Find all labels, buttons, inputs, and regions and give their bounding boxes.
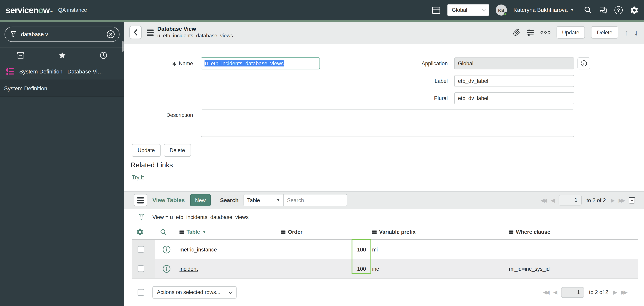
update-button-header[interactable]: Update bbox=[556, 26, 585, 38]
column-header-variable-prefix[interactable]: Variable prefix bbox=[367, 229, 504, 235]
tab-favorites[interactable] bbox=[42, 48, 83, 63]
navigator-filter-input[interactable] bbox=[20, 31, 106, 38]
row-info-icon[interactable] bbox=[155, 264, 171, 273]
row-range-label: to 2 of 2 bbox=[586, 197, 606, 203]
application-field-label: Application bbox=[366, 57, 448, 69]
navigator-filter[interactable] bbox=[4, 27, 120, 42]
row-range-label: to 2 of 2 bbox=[589, 289, 608, 295]
tab-all-applications[interactable] bbox=[0, 48, 42, 63]
chevron-down-icon bbox=[228, 290, 232, 294]
previous-page-icon[interactable]: ◀ bbox=[551, 197, 555, 203]
list-search-icon[interactable] bbox=[155, 228, 171, 236]
row-checkbox[interactable] bbox=[138, 246, 144, 253]
row-checkbox[interactable] bbox=[138, 265, 144, 272]
application-window-icon[interactable] bbox=[432, 6, 441, 14]
column-header-order[interactable]: Order bbox=[281, 229, 367, 235]
help-icon[interactable]: ? bbox=[614, 6, 622, 14]
page-number-input[interactable]: 1 bbox=[558, 195, 582, 205]
variable-prefix-cell[interactable]: mi bbox=[367, 246, 504, 252]
funnel-icon[interactable] bbox=[138, 213, 144, 221]
search-field-select[interactable]: Table ▼ bbox=[244, 194, 284, 206]
column-header-table[interactable]: Table ▼ bbox=[171, 229, 281, 235]
instance-label: QA instance bbox=[58, 7, 87, 13]
application-scope-select[interactable]: Global bbox=[447, 4, 489, 16]
record-link[interactable]: metric_instance bbox=[180, 246, 217, 253]
record-name: u_etb_incidents_database_views bbox=[158, 33, 233, 39]
order-cell[interactable]: 100 bbox=[281, 266, 367, 272]
variable-prefix-cell[interactable]: inc bbox=[367, 266, 504, 272]
last-page-icon[interactable]: ▶▶ bbox=[621, 290, 628, 295]
funnel-icon bbox=[10, 31, 16, 38]
actions-on-selected-rows-select[interactable]: Actions on selected rows... bbox=[152, 286, 236, 298]
user-menu[interactable]: Kateryna Bukhtiiarova ▼ bbox=[514, 7, 574, 13]
try-it-link[interactable]: Try It bbox=[132, 174, 144, 180]
plural-field-label: Plural bbox=[366, 92, 448, 104]
collapse-list-icon[interactable]: − bbox=[629, 197, 635, 203]
update-button[interactable]: Update bbox=[132, 144, 160, 157]
logo-text-end: w bbox=[43, 5, 50, 15]
row-info-icon[interactable] bbox=[155, 245, 171, 254]
order-cell[interactable]: 100 bbox=[281, 246, 367, 252]
next-page-icon[interactable]: ▶ bbox=[611, 197, 615, 203]
delete-button[interactable]: Delete bbox=[164, 144, 191, 157]
search-label: Search bbox=[220, 197, 238, 203]
sort-ascending-icon: ▼ bbox=[202, 230, 206, 234]
record-link[interactable]: incident bbox=[180, 266, 198, 272]
row-select-cell bbox=[132, 240, 155, 259]
new-button[interactable]: New bbox=[190, 194, 210, 206]
list-table: Table ▼ Order Variable prefix Where clau… bbox=[132, 225, 638, 278]
caret-down-icon: ▼ bbox=[570, 8, 574, 12]
back-button[interactable] bbox=[130, 26, 142, 39]
plural-input[interactable]: etb_dv_label bbox=[454, 92, 574, 104]
sidebar-item-database-views[interactable]: System Definition - Database Vi… bbox=[0, 63, 124, 80]
first-page-icon[interactable]: ◀◀ bbox=[543, 290, 550, 295]
record-titles: Database View u_etb_incidents_database_v… bbox=[158, 26, 233, 39]
avatar[interactable]: KB bbox=[496, 4, 507, 16]
application-info-button[interactable] bbox=[578, 57, 590, 69]
first-page-icon[interactable]: ◀◀ bbox=[540, 197, 547, 203]
scope-value: Global bbox=[452, 7, 467, 13]
caret-down-icon: ▼ bbox=[276, 198, 280, 202]
form-context-menu-icon[interactable] bbox=[147, 29, 154, 35]
list-title[interactable]: View Tables bbox=[152, 197, 185, 203]
delete-button-header[interactable]: Delete bbox=[591, 26, 618, 38]
personalize-form-icon[interactable] bbox=[526, 28, 534, 36]
table-row: incident 100 inc mi_id=inc_sys_id bbox=[132, 259, 638, 279]
application-navigator: System Definition - Database Vi… System … bbox=[0, 22, 124, 306]
filter-condition-text[interactable]: View = u_etb_incidents_database_views bbox=[152, 214, 248, 220]
chat-icon[interactable] bbox=[599, 6, 608, 14]
tab-history[interactable] bbox=[83, 48, 124, 63]
sidebar-item-label: System Definition - Database Vi… bbox=[19, 68, 103, 74]
page-number-input[interactable]: 1 bbox=[561, 287, 584, 298]
more-options-icon[interactable] bbox=[540, 31, 550, 33]
logo-text: servicen bbox=[6, 5, 38, 15]
accent-strip bbox=[0, 20, 644, 22]
sidebar-section-label: System Definition bbox=[4, 85, 47, 91]
list-personalize-gear-icon[interactable] bbox=[132, 228, 155, 236]
list-context-menu-button[interactable] bbox=[134, 194, 147, 206]
previous-record-icon[interactable]: ↑ bbox=[624, 28, 628, 36]
label-input[interactable]: etb_dv_label bbox=[454, 75, 574, 87]
next-page-icon[interactable]: ▶ bbox=[613, 290, 618, 295]
list-toolbar: View Tables New Search Table ▼ ◀◀ ◀ 1 to… bbox=[124, 191, 644, 209]
list-header-row: Table ▼ Order Variable prefix Where clau… bbox=[132, 225, 638, 240]
application-input: Global bbox=[454, 57, 574, 69]
page-title: Database View bbox=[158, 26, 233, 33]
previous-page-icon[interactable]: ◀ bbox=[553, 290, 558, 295]
clear-filter-icon[interactable] bbox=[106, 30, 115, 38]
search-icon[interactable] bbox=[584, 6, 592, 14]
online-status-dot bbox=[504, 12, 507, 16]
column-header-where-clause[interactable]: Where clause bbox=[504, 229, 638, 235]
last-page-icon[interactable]: ▶▶ bbox=[618, 197, 625, 203]
name-input[interactable]: u_etb_incidents_database_views bbox=[201, 57, 320, 69]
where-clause-cell[interactable]: mi_id=inc_sys_id bbox=[504, 266, 638, 272]
settings-gear-icon[interactable] bbox=[629, 5, 638, 14]
related-links-heading: Related Links bbox=[130, 161, 173, 169]
attachment-paperclip-icon[interactable] bbox=[513, 28, 520, 36]
select-all-checkbox[interactable] bbox=[138, 289, 144, 296]
description-textarea[interactable] bbox=[201, 110, 574, 137]
sidebar-section-system-definition[interactable]: System Definition bbox=[0, 80, 124, 97]
list-search-input[interactable] bbox=[283, 194, 347, 206]
sidebar-scrollbar[interactable] bbox=[122, 41, 124, 52]
next-record-icon[interactable]: ↓ bbox=[634, 28, 638, 36]
